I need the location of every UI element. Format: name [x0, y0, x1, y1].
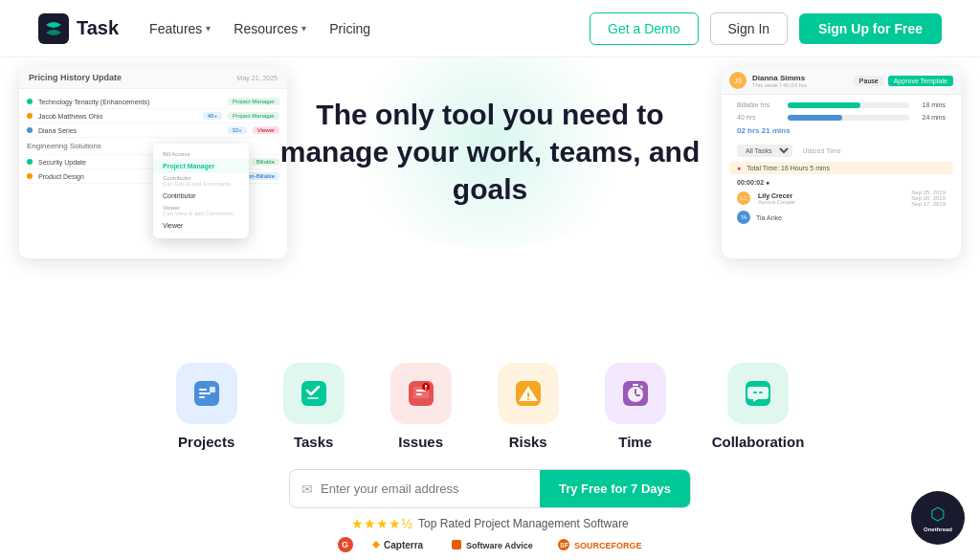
sign-in-button[interactable]: Sign In [710, 12, 789, 45]
screenshot-right: JS Dianna Simms This week / 40:24 hrs Pa… [722, 67, 961, 258]
features-section: Projects Tasks [0, 334, 980, 459]
main-area: Pricing History Update May 21, 2025 Tech… [0, 57, 980, 560]
email-input[interactable] [321, 482, 528, 496]
svg-rect-17 [527, 392, 529, 397]
svg-rect-7 [307, 397, 319, 399]
time-icon [605, 363, 666, 424]
svg-rect-12 [416, 393, 422, 395]
feature-issues[interactable]: Issues [390, 363, 452, 450]
get-demo-button[interactable]: Get a Demo [590, 12, 698, 45]
sign-up-button[interactable]: Sign Up for Free [799, 13, 942, 44]
tasks-label: Tasks [294, 434, 333, 450]
software-advice-logo: Software Advice [451, 537, 542, 552]
features-row: Projects Tasks [0, 353, 980, 459]
svg-rect-23 [633, 384, 638, 386]
issues-icon [390, 363, 452, 424]
feature-tasks[interactable]: Tasks [283, 363, 345, 450]
g2-logo: G [338, 537, 353, 552]
projects-icon [176, 363, 237, 424]
svg-rect-26 [753, 392, 757, 393]
onethread-label: Onethread [924, 526, 952, 532]
projects-label: Projects [178, 434, 234, 450]
sourceforge-logo: SF SOURCEFORGE [557, 537, 643, 552]
svg-text:Software Advice: Software Advice [466, 541, 533, 550]
collaboration-label: Collaboration [712, 434, 805, 450]
risks-label: Risks [509, 434, 547, 450]
logo-text: Task [77, 17, 119, 39]
svg-text:SF: SF [560, 542, 569, 549]
cta-section: ✉ Try Free for 7 Days ★★★★½ Top Rated Pr… [0, 459, 980, 560]
svg-text:SOURCEFORGE: SOURCEFORGE [574, 541, 642, 550]
nav-resources[interactable]: Resources ▾ [234, 21, 306, 36]
feature-projects[interactable]: Projects [176, 363, 237, 450]
nav-features[interactable]: Features ▾ [149, 21, 211, 36]
nav-actions: Get a Demo Sign In Sign Up for Free [590, 12, 942, 45]
feature-risks[interactable]: Risks [498, 363, 559, 450]
svg-rect-2 [199, 389, 207, 391]
tasks-icon [283, 363, 345, 424]
svg-rect-27 [759, 392, 763, 393]
svg-rect-0 [38, 13, 69, 44]
capterra-logo: Capterra [368, 537, 435, 552]
chevron-down-icon: ▾ [206, 23, 211, 34]
cta-form: ✉ Try Free for 7 Days [289, 469, 691, 508]
svg-rect-6 [301, 381, 326, 406]
rating-label: Top Rated Project Management Software [418, 517, 628, 530]
trusted-logos: G Capterra Software Advice [338, 537, 643, 552]
nav-links: Features ▾ Resources ▾ Pricing [149, 21, 590, 36]
hero-headline: The only tool you need to manage your wo… [279, 96, 701, 208]
svg-rect-5 [210, 387, 215, 392]
svg-text:Capterra: Capterra [384, 540, 424, 550]
time-label: Time [618, 434, 652, 450]
collaboration-icon [727, 363, 789, 424]
logo[interactable]: Task [38, 13, 119, 44]
try-free-button[interactable]: Try Free for 7 Days [540, 470, 690, 507]
svg-rect-4 [199, 396, 205, 398]
feature-collaboration[interactable]: Collaboration [712, 363, 805, 450]
onethread-badge[interactable]: ⬡ Onethread [911, 491, 965, 545]
screenshot-left: Pricing History Update May 21, 2025 Tech… [19, 67, 287, 258]
chevron-down-icon: ▾ [301, 23, 306, 34]
svg-rect-3 [199, 392, 211, 394]
star-rating: ★★★★½ [351, 516, 412, 531]
svg-rect-21 [635, 389, 636, 394]
feature-time[interactable]: Time [605, 363, 666, 450]
risks-icon [498, 363, 559, 424]
issues-label: Issues [398, 434, 443, 450]
svg-rect-29 [452, 540, 461, 549]
cta-email-wrap: ✉ [290, 470, 540, 507]
email-icon: ✉ [301, 482, 313, 497]
hero-text-area: The only tool you need to manage your wo… [279, 86, 701, 208]
cta-stars: ★★★★½ Top Rated Project Management Softw… [351, 516, 628, 531]
svg-rect-14 [425, 385, 427, 388]
lower-area: Projects Tasks [0, 334, 980, 560]
svg-rect-18 [527, 398, 529, 400]
nav-pricing[interactable]: Pricing [329, 21, 370, 36]
svg-rect-15 [425, 389, 427, 390]
onethread-icon: ⬡ [930, 504, 946, 525]
svg-rect-22 [635, 394, 640, 396]
